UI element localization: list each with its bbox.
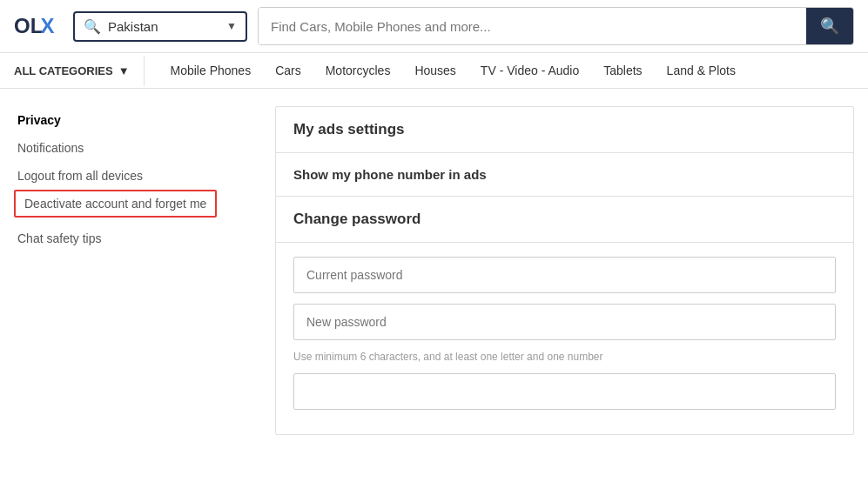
chevron-down-icon: ▼ xyxy=(226,20,237,32)
all-categories-button[interactable]: ALL CATEGORIES ▼ xyxy=(14,56,145,86)
all-categories-label: ALL CATEGORIES xyxy=(14,64,113,77)
all-categories-chevron-icon: ▼ xyxy=(118,64,130,77)
right-panel: My ads settings Show my phone number in … xyxy=(275,106,854,435)
current-password-input[interactable] xyxy=(306,268,823,282)
search-bar: 🔍 xyxy=(258,7,854,45)
confirm-password-wrapper xyxy=(293,373,836,410)
sidebar: Privacy Notifications Logout from all de… xyxy=(14,106,258,435)
logo[interactable]: OL X xyxy=(14,12,56,40)
nav-items: Mobile Phones Cars Motorcycles Houses TV… xyxy=(158,53,748,88)
current-password-wrapper xyxy=(293,257,836,293)
change-password-section: Change password Use minimum 6 characters… xyxy=(276,197,853,434)
search-button-icon: 🔍 xyxy=(820,17,839,36)
nav-item-tv-video-audio[interactable]: TV - Video - Audio xyxy=(468,53,591,88)
nav-item-cars[interactable]: Cars xyxy=(263,53,313,88)
sidebar-item-notifications[interactable]: Notifications xyxy=(14,134,258,162)
nav-bar: ALL CATEGORIES ▼ Mobile Phones Cars Moto… xyxy=(0,53,868,89)
ads-settings-title: My ads settings xyxy=(276,107,853,153)
header: OL X 🔍 Pakistan ▼ 🔍 xyxy=(0,0,868,53)
new-password-input[interactable] xyxy=(306,315,823,329)
nav-item-land-plots[interactable]: Land & Plots xyxy=(655,53,748,88)
nav-item-motorcycles[interactable]: Motorcycles xyxy=(313,53,403,88)
svg-text:X: X xyxy=(40,14,54,37)
sidebar-item-deactivate[interactable]: Deactivate account and forget me xyxy=(14,190,217,218)
logo-svg: OL X xyxy=(14,12,56,40)
password-hint: Use minimum 6 characters, and at least o… xyxy=(293,351,836,363)
search-button[interactable]: 🔍 xyxy=(806,8,853,44)
location-search-icon: 🔍 xyxy=(84,18,101,35)
new-password-wrapper xyxy=(293,304,836,340)
location-text: Pakistan xyxy=(108,19,219,34)
nav-item-tablets[interactable]: Tablets xyxy=(591,53,654,88)
svg-text:OL: OL xyxy=(14,14,43,37)
sidebar-item-chat-safety[interactable]: Chat safety tips xyxy=(14,224,258,252)
show-phone-row: Show my phone number in ads xyxy=(276,153,853,197)
sidebar-item-logout-all-devices[interactable]: Logout from all devices xyxy=(14,162,258,190)
sidebar-item-privacy[interactable]: Privacy xyxy=(14,106,258,134)
location-selector[interactable]: 🔍 Pakistan ▼ xyxy=(73,11,247,42)
change-password-title: Change password xyxy=(276,211,853,243)
nav-item-houses[interactable]: Houses xyxy=(402,53,468,88)
nav-item-mobile-phones[interactable]: Mobile Phones xyxy=(158,53,264,88)
main-content: Privacy Notifications Logout from all de… xyxy=(0,89,868,452)
confirm-password-input[interactable] xyxy=(306,385,823,399)
search-input[interactable] xyxy=(259,8,806,44)
